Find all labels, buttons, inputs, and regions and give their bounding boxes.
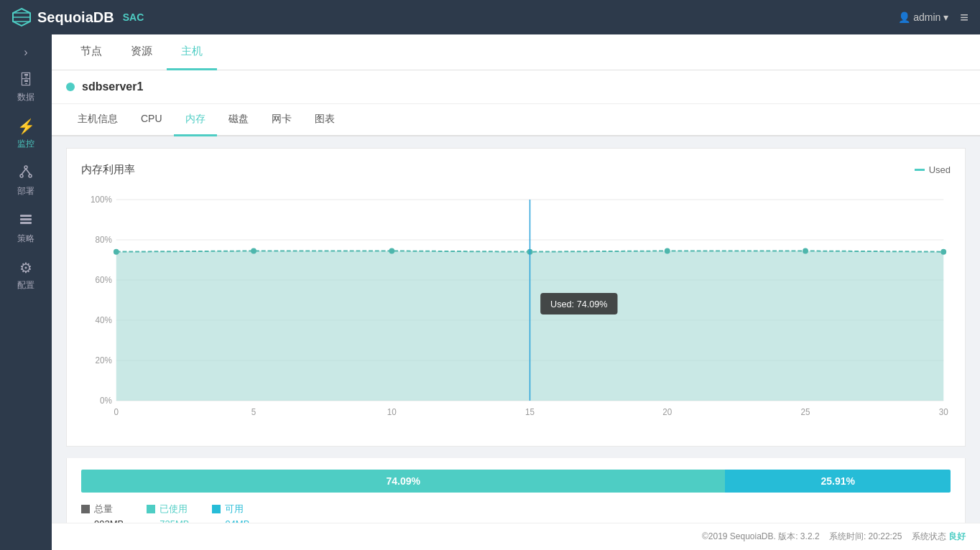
memory-chart-panel: 内存利用率 Used 100% 80% 60% 40% [66,148,966,447]
svg-text:0: 0 [114,407,119,417]
svg-text:20%: 20% [96,355,113,365]
svg-text:5: 5 [251,407,256,417]
footer-status: 良好 [948,531,966,541]
navbar: SequoiaDB SAC 👤 admin ▾ ≡ [0,0,980,34]
brand-sac: SAC [123,11,144,23]
tab-nic[interactable]: 网卡 [260,104,303,136]
monitor-icon: ⚡ [17,118,35,135]
footer-version: 版本: 3.2.2 [778,531,819,541]
svg-text:80%: 80% [96,235,113,245]
sidebar-label-policy: 策略 [17,233,34,245]
deploy-icon [19,164,33,182]
admin-arrow: ▾ [943,11,948,23]
chart-title: 内存利用率 [81,163,135,177]
tab-charts[interactable]: 图表 [303,104,346,136]
footer-time: 20:22:25 [869,531,902,541]
svg-point-36 [665,248,670,254]
svg-point-6 [29,174,32,177]
memory-progress-bar: 74.09% 25.91% [81,470,951,493]
chart-header: 内存利用率 Used [81,163,951,177]
svg-text:20: 20 [662,407,672,417]
server-status-dot [66,83,75,91]
svg-text:15: 15 [525,407,535,417]
main-content: 节点 资源 主机 sdbserver1 主机信息 CPU 内存 磁盘 网卡 图表… [52,34,980,541]
chart-legend: Used [915,164,951,175]
tab-resources[interactable]: 资源 [116,34,167,70]
progress-free: 25.91% [725,470,951,493]
sidebar-label-config: 配置 [17,279,34,292]
total-color [81,505,90,513]
brand-logo: SequoiaDB SAC [11,7,144,27]
sidebar-label-monitor: 监控 [17,138,34,150]
svg-rect-9 [20,215,32,217]
sidebar-item-policy[interactable]: 策略 [0,205,52,252]
tab-disk[interactable]: 磁盘 [217,104,260,136]
svg-rect-10 [20,218,32,220]
footer-copy: ©2019 SequoiaDB. [702,531,776,541]
legend-dot [915,169,925,171]
chart-container: 100% 80% 60% 40% 20% 0% 0 5 10 15 20 25 … [81,185,951,432]
svg-line-8 [26,169,30,174]
config-icon: ⚙ [19,259,32,276]
hamburger-button[interactable]: ≡ [960,9,969,26]
svg-text:30: 30 [939,407,948,417]
sidebar-item-deploy[interactable]: 部署 [0,157,52,205]
admin-button[interactable]: 👤 admin ▾ [898,11,948,23]
sidebar-label-data: 数据 [17,91,34,103]
server-header: sdbserver1 [52,70,980,104]
sidebar-arrow[interactable]: › [0,40,52,65]
sidebar-label-deploy: 部署 [17,185,34,197]
db-icon [11,7,32,27]
memory-chart-svg: 100% 80% 60% 40% 20% 0% 0 5 10 15 20 25 … [81,185,951,429]
brand-text: SequoiaDB [37,9,114,26]
svg-text:0%: 0% [100,396,112,406]
svg-rect-11 [20,222,32,224]
svg-point-34 [389,248,394,254]
footer: ©2019 SequoiaDB. 版本: 3.2.2 系统时间: 20:22:2… [52,523,980,550]
data-icon: 🗄 [19,72,33,88]
free-color [212,505,221,513]
svg-point-38 [940,249,946,255]
svg-text:10: 10 [387,407,397,417]
svg-line-7 [22,169,26,174]
sidebar-item-config[interactable]: ⚙ 配置 [0,252,52,299]
sidebar-item-data[interactable]: 🗄 数据 [0,65,52,111]
tab-memory[interactable]: 内存 [174,104,217,136]
main-tabs: 节点 资源 主机 [52,34,980,70]
svg-point-4 [24,166,27,169]
stat-total-label: 总量 [94,503,113,516]
tab-hosts[interactable]: 主机 [167,34,217,70]
server-name: sdbserver1 [82,80,143,93]
svg-point-37 [803,248,808,254]
tab-nodes[interactable]: 节点 [66,34,116,70]
footer-status-label: 系统状态 [912,531,946,541]
svg-point-32 [114,249,119,255]
svg-text:60%: 60% [96,275,113,285]
svg-text:Used: 74.09%: Used: 74.09% [550,299,608,309]
svg-text:100%: 100% [91,195,112,205]
svg-text:40%: 40% [96,315,113,325]
user-icon: 👤 [898,11,910,23]
svg-point-33 [251,248,256,254]
progress-used: 74.09% [81,470,725,493]
navbar-right: 👤 admin ▾ ≡ [898,9,969,26]
tab-host-info[interactable]: 主机信息 [66,104,129,136]
admin-label: admin [913,11,940,23]
tab-cpu[interactable]: CPU [129,104,174,136]
footer-time-label: 系统时间: [829,531,866,541]
policy-icon [19,212,33,230]
sidebar: › 🗄 数据 ⚡ 监控 部署 策略 ⚙ [0,34,52,550]
svg-point-5 [20,174,23,177]
sidebar-item-monitor[interactable]: ⚡ 监控 [0,111,52,157]
sub-tabs: 主机信息 CPU 内存 磁盘 网卡 图表 [52,104,980,136]
stat-used-label: 已使用 [160,503,188,516]
stat-free-label: 可用 [225,503,244,516]
legend-label: Used [929,164,951,175]
used-color [147,505,155,513]
svg-text:25: 25 [800,407,810,417]
